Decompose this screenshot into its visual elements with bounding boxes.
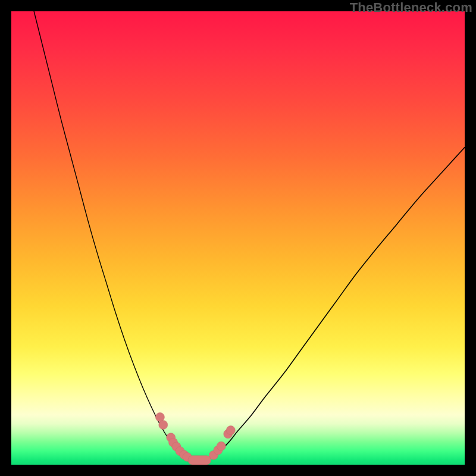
data-point [159, 420, 168, 429]
markers-right [209, 426, 235, 460]
chart-svg [11, 11, 465, 465]
curve-left [34, 11, 188, 458]
data-point [217, 441, 226, 450]
valley-band [188, 456, 211, 465]
data-point [226, 426, 235, 435]
curve-right [211, 148, 465, 458]
markers-left [155, 412, 192, 461]
